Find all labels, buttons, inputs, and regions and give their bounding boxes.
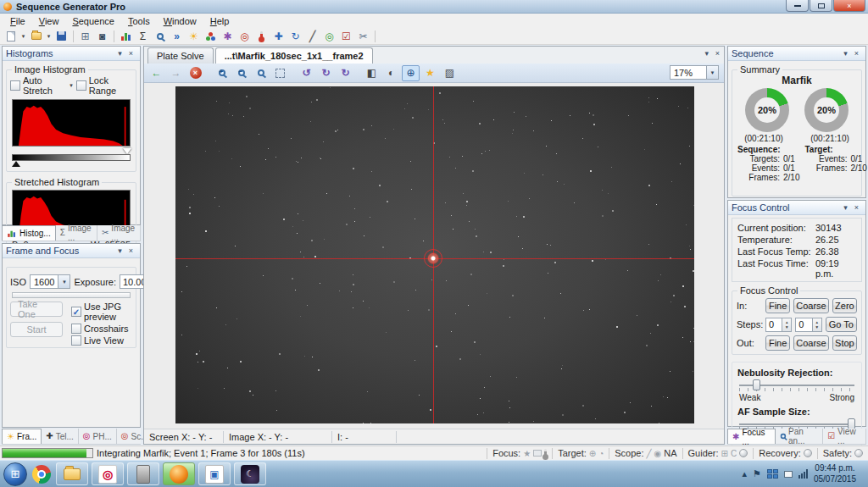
control-panel-button[interactable]: ⊞ (77, 29, 93, 44)
tools-button[interactable]: ╱ (304, 29, 320, 44)
close-icon[interactable]: × (715, 49, 720, 58)
ccd-app-taskbar-button[interactable]: ▣ (198, 462, 231, 485)
notes-button[interactable]: ☑ (338, 29, 354, 44)
take-one-button[interactable]: Take One (10, 302, 63, 317)
guider-button[interactable]: ◎ (236, 29, 253, 44)
explorer-taskbar-button[interactable] (56, 462, 88, 485)
collapse-icon[interactable]: ▾ (704, 49, 709, 58)
nebulosity-slider-thumb[interactable] (753, 379, 760, 390)
histogram-button[interactable] (118, 29, 134, 44)
chevron-down-icon[interactable]: ▾ (70, 82, 73, 89)
tab-image-frame[interactable]: ...t\Marfik_180sec_1x1__frame2 (215, 47, 373, 64)
nav-forward-button[interactable]: → (167, 65, 185, 81)
use-jpg-checkbox[interactable]: ✓ (71, 307, 81, 317)
tab-focus-control[interactable]: ✱Focus ... (727, 429, 776, 444)
live-view-checkbox[interactable] (71, 335, 81, 346)
plate-solve-button[interactable] (152, 29, 168, 44)
steps-input-1[interactable]: 0 (765, 318, 782, 332)
in-coarse-button[interactable]: Coarse (793, 298, 828, 313)
open-sequence-button[interactable] (28, 29, 44, 44)
tab-view[interactable]: ☑View ... (823, 429, 866, 444)
collapse-icon[interactable]: ▾ (114, 49, 125, 58)
collapse-icon[interactable]: ▾ (840, 203, 851, 212)
tab-phd[interactable]: ◎PH... (79, 429, 117, 444)
tab-pan-analyze[interactable]: Pan an... (776, 429, 824, 444)
rotate-180-button[interactable]: ↻ (337, 65, 354, 81)
start-button[interactable]: ⊞ (3, 462, 27, 486)
sgp-taskbar-button[interactable] (163, 462, 195, 485)
rotate-left-button[interactable]: ↺ (298, 65, 315, 81)
open-dropdown[interactable]: ▾ (45, 29, 53, 44)
steps-spinner-2[interactable]: ▴▼ (813, 318, 822, 332)
menu-help[interactable]: Help (203, 14, 236, 28)
tab-frame-focus[interactable]: ☀Fra... (2, 429, 42, 444)
select-region-button[interactable] (271, 65, 289, 81)
close-button[interactable]: × (833, 0, 865, 12)
equipment-button[interactable]: ✂ (355, 29, 371, 44)
focuser-button[interactable]: ✱ (220, 29, 236, 44)
stop-button[interactable]: Stop (832, 335, 857, 351)
steps-input-2[interactable]: 0 (795, 318, 812, 332)
close-icon[interactable]: × (125, 49, 136, 58)
menu-tools[interactable]: Tools (121, 14, 157, 28)
taskbar-clock[interactable]: 09:44 p.m. 05/07/2015 (814, 463, 863, 484)
temperature-button[interactable] (253, 29, 270, 44)
flat-wizard-button[interactable]: ☀ (186, 29, 202, 44)
telescope-button[interactable]: ✚ (270, 29, 287, 44)
tab-image-stats[interactable]: ΣImage ... (56, 225, 97, 241)
collapse-icon[interactable]: ▾ (114, 246, 125, 255)
chrome-taskbar-icon[interactable] (32, 465, 51, 484)
zoom-out-button[interactable]: − (232, 65, 250, 81)
out-coarse-button[interactable]: Coarse (793, 335, 828, 351)
menu-window[interactable]: Window (157, 14, 203, 28)
minimize-button[interactable] (786, 0, 809, 12)
tab-telescope[interactable]: ✚Tel... (42, 429, 79, 444)
stellarium-taskbar-button[interactable]: ☾ (234, 462, 266, 485)
crosshairs-checkbox[interactable] (71, 324, 81, 334)
stack-button[interactable]: ▨ (441, 65, 459, 81)
filter-wheel-button[interactable] (203, 29, 219, 44)
menu-sequence[interactable]: Sequence (65, 14, 121, 28)
star-field-image[interactable] (175, 86, 694, 423)
nebulosity-slider[interactable] (739, 379, 854, 391)
network-signal-icon[interactable] (798, 469, 808, 479)
tab-histogram[interactable]: Histog... (2, 225, 56, 241)
zoom-in-button[interactable]: + (213, 65, 231, 81)
zoom-level-select[interactable]: 17% ▼ (670, 65, 719, 80)
save-button[interactable] (53, 29, 70, 44)
start-button[interactable]: Start (10, 322, 63, 337)
steps-spinner-1[interactable]: ▴▼ (782, 318, 792, 332)
iso-select[interactable]: 1600 ▼ (30, 274, 70, 289)
action-center-flag-icon[interactable]: ⚑ (753, 468, 761, 479)
new-sequence-button[interactable] (3, 29, 19, 44)
stretch-slider[interactable] (12, 148, 131, 167)
tab-plate-solve[interactable]: Plate Solve (147, 47, 214, 64)
phd2-taskbar-button[interactable]: ◎ (92, 462, 124, 485)
close-image-button[interactable]: × (186, 65, 204, 81)
crosshair-toggle-button[interactable]: ⊕ (402, 65, 420, 81)
rotate-right-button[interactable]: ↻ (317, 65, 335, 81)
collapse-icon[interactable]: ▾ (840, 49, 851, 58)
auto-stretch-checkbox[interactable] (10, 80, 20, 91)
zero-button[interactable]: Zero (832, 298, 857, 313)
star-mark-button[interactable]: ★ (421, 65, 439, 81)
image-stats-button[interactable]: Σ (135, 29, 151, 44)
tray-expand-icon[interactable]: ▴ (743, 468, 748, 479)
center-target-button[interactable]: ◎ (321, 29, 337, 44)
lock-range-checkbox[interactable] (76, 80, 86, 91)
close-icon[interactable]: × (125, 246, 136, 255)
black-point-handle[interactable] (12, 157, 20, 167)
out-fine-button[interactable]: Fine (765, 335, 790, 351)
frame-focus-button[interactable]: » (169, 29, 185, 44)
zoom-fit-button[interactable] (252, 65, 270, 81)
windows-update-icon[interactable] (767, 469, 778, 479)
close-icon[interactable]: × (851, 203, 862, 212)
contrast-button[interactable]: ◐ (382, 65, 400, 81)
close-icon[interactable]: × (851, 49, 862, 58)
document-tray-icon[interactable] (784, 471, 793, 478)
menu-view[interactable]: View (32, 14, 66, 28)
stretch-toggle-button[interactable]: ◧ (363, 65, 381, 81)
maximize-button[interactable] (810, 0, 832, 12)
menu-file[interactable]: File (3, 14, 32, 28)
mount-app-taskbar-button[interactable] (127, 462, 159, 485)
